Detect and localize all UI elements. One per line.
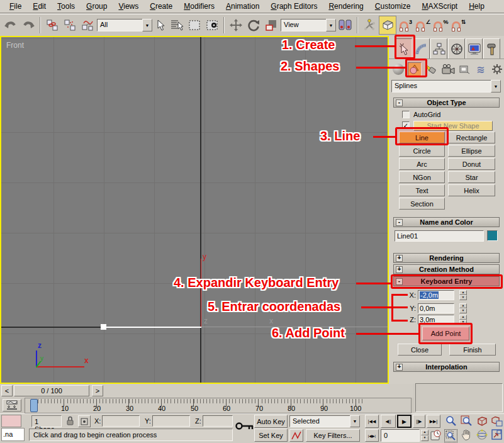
percent-snap-icon[interactable]: % (433, 16, 449, 34)
unlink-selection-icon[interactable] (62, 16, 78, 34)
current-frame-field[interactable]: 0 (381, 429, 420, 442)
dropdown-arrow-icon[interactable]: ▼ (326, 19, 336, 31)
time-slider-next-button[interactable]: > (92, 385, 103, 396)
spinner-snap-icon[interactable]: ⇅ (451, 16, 467, 34)
zoom-all-icon[interactable] (461, 415, 473, 427)
expand-icon[interactable]: + (396, 364, 403, 371)
track-bar-frame-marker[interactable] (30, 399, 38, 412)
reference-coord-system-dropdown[interactable]: View ▼ (281, 19, 336, 31)
menu-maxscript[interactable]: MAXScript (417, 1, 464, 13)
zoom-extents-all-icon[interactable] (491, 415, 503, 427)
tab-utilities[interactable] (483, 38, 500, 59)
expand-icon[interactable]: + (396, 266, 403, 273)
rectangle-button[interactable]: Rectangle (448, 132, 495, 143)
menu-modifiers[interactable]: Modifiers (178, 1, 220, 13)
selection-lock-icon[interactable] (65, 416, 75, 426)
category-cameras-icon[interactable] (440, 62, 454, 77)
select-by-name-icon[interactable] (169, 16, 185, 34)
snaps-toggle-icon[interactable] (379, 16, 396, 35)
select-and-manipulate-icon[interactable] (361, 16, 378, 34)
mini-curve-editor-button[interactable] (3, 399, 21, 412)
track-bar[interactable]: 0 10 20 30 40 50 60 70 80 90 100 (0, 398, 413, 413)
collapse-icon[interactable]: - (396, 219, 403, 226)
object-name-field[interactable]: Line01 (395, 230, 484, 242)
ngon-button[interactable]: NGon (399, 171, 445, 183)
menu-animation[interactable]: Animation (220, 1, 265, 13)
rollout-rendering[interactable]: + Rendering (393, 253, 500, 263)
zoom-icon[interactable] (445, 415, 457, 427)
key-filters-button[interactable]: Key Filters... (306, 429, 360, 442)
star-button[interactable]: Star (448, 171, 495, 183)
section-button[interactable]: Section (399, 198, 445, 210)
circle-button[interactable]: Circle (399, 145, 445, 157)
x-coord-spinner[interactable]: ▲▼ (459, 290, 467, 300)
tab-modify[interactable] (413, 38, 430, 59)
next-frame-button[interactable]: ||▶ (413, 415, 425, 428)
maxscript-mini-listener-white[interactable]: .na (1, 428, 25, 441)
set-key-mode-key-icon[interactable] (235, 419, 254, 433)
collapse-icon[interactable]: - (396, 99, 403, 106)
category-helpers-icon[interactable] (457, 62, 471, 77)
snap-3d-icon[interactable]: 3 (398, 16, 414, 34)
absolute-offset-mode-button[interactable] (78, 415, 91, 427)
default-tangent-icon[interactable] (289, 429, 303, 442)
zoom-extents-icon[interactable] (476, 415, 488, 427)
category-geometry-icon[interactable] (391, 62, 405, 77)
rollout-creation-method[interactable]: + Creation Method (393, 264, 500, 274)
menu-rendering[interactable]: Rendering (323, 1, 369, 13)
rollout-interpolation[interactable]: + Interpolation (393, 362, 500, 372)
select-and-rotate-icon[interactable] (245, 16, 262, 34)
set-key-button[interactable]: Set Key (254, 429, 288, 442)
use-pivot-point-icon[interactable] (337, 16, 354, 34)
text-button[interactable]: Text (399, 184, 445, 196)
arc-button[interactable]: Arc (399, 158, 445, 170)
time-configuration-icon[interactable] (430, 430, 441, 440)
bind-to-space-warp-icon[interactable] (79, 16, 96, 34)
previous-frame-button[interactable]: ◀|| (381, 415, 396, 428)
finish-button[interactable]: Finish (449, 344, 496, 356)
menu-graph-editors[interactable]: Graph Editors (265, 1, 323, 13)
go-to-start-button[interactable]: |◀◀ (365, 415, 379, 428)
selection-filter-dropdown[interactable]: All ▼ (97, 19, 152, 31)
dropdown-arrow-icon[interactable]: ▼ (142, 19, 152, 31)
x-coord-field[interactable]: -2,0m (418, 290, 454, 300)
helix-button[interactable]: Helix (448, 184, 495, 196)
dropdown-arrow-icon[interactable]: ▼ (491, 80, 501, 93)
frame-spinner[interactable]: ▲▼ (421, 430, 428, 441)
menu-tools[interactable]: Tools (52, 1, 81, 13)
angle-snap-icon[interactable]: ∠ (415, 16, 432, 34)
tab-motion[interactable] (448, 38, 465, 59)
selection-set-dropdown[interactable]: Selected ▼ (289, 415, 360, 427)
y-coord-spinner[interactable]: ▲▼ (459, 303, 467, 313)
status-x-field[interactable] (102, 415, 140, 427)
y-coord-field[interactable]: 0,0m (418, 303, 454, 313)
category-systems-icon[interactable] (490, 62, 504, 77)
autogrid-checkbox[interactable] (402, 111, 410, 118)
expand-icon[interactable]: + (396, 255, 403, 262)
arc-rotate-icon[interactable] (476, 429, 488, 440)
time-slider-prev-button[interactable]: < (1, 385, 13, 396)
status-z-field[interactable] (203, 415, 233, 427)
maxscript-mini-listener-pink[interactable] (1, 415, 21, 427)
go-to-end-button[interactable]: ▶▶| (427, 415, 440, 428)
select-object-icon[interactable] (154, 16, 167, 34)
rollout-name-and-color[interactable]: - Name and Color (393, 217, 500, 227)
rollout-object-type[interactable]: - Object Type (393, 98, 500, 108)
menu-views[interactable]: Views (113, 1, 144, 13)
time-slider-handle[interactable]: 0 / 100 (14, 385, 89, 396)
auto-key-button[interactable]: Auto Key (254, 415, 288, 428)
menu-edit[interactable]: Edit (27, 1, 52, 13)
menu-help[interactable]: Help (463, 1, 490, 13)
rectangular-selection-region-icon[interactable] (186, 16, 203, 34)
menu-file[interactable]: File (4, 1, 27, 13)
menu-create[interactable]: Create (144, 1, 178, 13)
redo-icon[interactable] (20, 16, 36, 34)
undo-icon[interactable] (3, 16, 19, 34)
donut-button[interactable]: Donut (448, 158, 495, 170)
dropdown-arrow-icon[interactable]: ▼ (350, 415, 360, 427)
pan-hand-icon[interactable] (461, 429, 472, 440)
track-bar-ruler[interactable]: 0 10 20 30 40 50 60 70 80 90 100 (25, 398, 412, 413)
status-y-field[interactable] (152, 415, 190, 427)
category-space-warps-icon[interactable]: ≋ (474, 62, 488, 77)
region-zoom-icon[interactable] (444, 429, 457, 442)
